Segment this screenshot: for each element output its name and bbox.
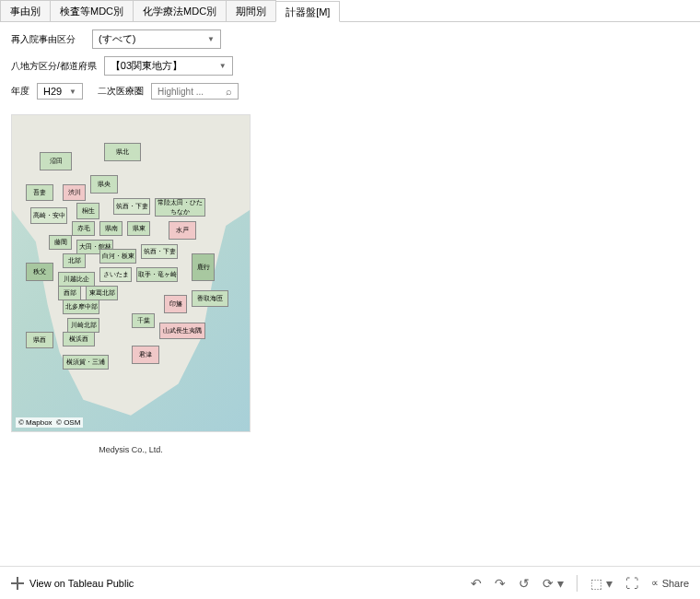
chevron-down-icon: ▼ (219, 62, 227, 70)
chevron-down-icon: ▼ (207, 35, 215, 43)
tab-reason[interactable]: 事由別 (0, 0, 51, 21)
view-tableau-label: View on Tableau Public (29, 578, 134, 589)
map-region[interactable]: 西部 (58, 286, 81, 300)
refresh-button[interactable]: ⟳ ▾ (542, 576, 564, 591)
map-region[interactable]: 沼田 (40, 152, 72, 170)
map-region[interactable]: 藤岡 (49, 235, 72, 250)
map-region[interactable]: 県東 (127, 221, 150, 236)
map-region[interactable]: 横須賀・三浦 (63, 355, 109, 370)
secondary-label: 二次医療圏 (98, 85, 144, 98)
map-region[interactable]: 県西 (26, 332, 53, 348)
undo-button[interactable]: ↶ (471, 576, 482, 591)
highlight-search[interactable]: ⌕ (151, 83, 239, 100)
map-attribution: © Mapbox © OSM (16, 417, 83, 428)
readmission-value: (すべて) (99, 32, 135, 46)
redo-button[interactable]: ↷ (495, 576, 506, 591)
map-region[interactable]: 筑西・下妻 (113, 198, 150, 215)
region-dropdown[interactable]: 【03関東地方】 ▼ (104, 56, 233, 76)
map-region[interactable]: 赤毛 (72, 221, 95, 236)
tab-dashboard[interactable]: 計器盤[M] (275, 1, 340, 22)
map-region[interactable]: 鹿行 (192, 253, 215, 281)
tableau-icon (11, 577, 24, 590)
replay-button[interactable]: ↺ (519, 576, 530, 591)
map-region[interactable]: 渋川 (63, 184, 86, 201)
map-region[interactable]: 千葉 (132, 313, 155, 328)
map-region[interactable]: 北多摩中部 (63, 300, 99, 314)
fullscreen-button[interactable]: ⛶ (625, 576, 638, 591)
search-icon: ⌕ (226, 86, 232, 97)
map-region[interactable]: 東葛北部 (86, 286, 118, 300)
map-region[interactable]: 筑西・下妻 (141, 244, 178, 259)
tab-exam-mdc[interactable]: 検査等MDC別 (50, 0, 134, 21)
footer-text: Medysis Co., Ltd. (0, 445, 262, 454)
map-region[interactable]: 川崎北部 (67, 318, 99, 333)
share-label: Share (662, 578, 689, 589)
map-region[interactable]: 横浜西 (63, 332, 95, 346)
map-region[interactable]: 北部 (63, 253, 86, 268)
map-region[interactable]: 水戸 (169, 221, 196, 240)
filter-panel: 再入院事由区分 (すべて) ▼ 八地方区分/都道府県 【03関東地方】 ▼ 年度… (0, 22, 700, 114)
map-region[interactable]: 県南 (99, 221, 122, 236)
map-region[interactable]: さいたま (99, 267, 132, 282)
readmission-label: 再入院事由区分 (11, 33, 85, 46)
map-region[interactable]: 県北 (104, 143, 141, 161)
share-button[interactable]: ∝ Share (651, 577, 689, 589)
bottom-toolbar: View on Tableau Public ↶ ↷ ↺ ⟳ ▾ ⬚ ▾ ⛶ ∝… (0, 566, 700, 599)
map-region[interactable]: 香取海匝 (192, 290, 228, 307)
device-button[interactable]: ⬚ ▾ (590, 576, 612, 591)
share-icon: ∝ (651, 577, 659, 589)
map-region[interactable]: 高崎・安中 (30, 207, 67, 224)
readmission-dropdown[interactable]: (すべて) ▼ (92, 29, 221, 49)
search-input[interactable] (158, 87, 222, 97)
map-region[interactable]: 秩父 (26, 263, 53, 281)
map-region[interactable]: 印旛 (164, 295, 187, 313)
map-region[interactable]: 常陸太田・ひたちなか (155, 198, 205, 217)
year-value: H29 (43, 86, 62, 97)
year-label: 年度 (11, 85, 29, 98)
tab-bar: 事由別 検査等MDC別 化学療法MDC別 期間別 計器盤[M] (0, 0, 700, 22)
map-region[interactable]: 山武長生夷隅 (159, 323, 205, 339)
map-region[interactable]: 白河・板東 (99, 249, 136, 264)
tab-period[interactable]: 期間別 (226, 0, 276, 21)
map-region[interactable]: 君津 (132, 346, 159, 364)
map-region[interactable]: 川越比企 (58, 272, 95, 287)
map-region[interactable]: 県央 (90, 175, 118, 194)
toolbar-separator (577, 575, 578, 592)
year-dropdown[interactable]: H29 ▼ (37, 83, 83, 100)
region-value: 【03関東地方】 (111, 59, 182, 73)
map-region[interactable]: 取手・竜ヶ崎 (136, 267, 178, 282)
map-region[interactable]: 吾妻 (26, 184, 53, 201)
map-region[interactable]: 桐生 (76, 203, 99, 219)
view-tableau-link[interactable]: View on Tableau Public (11, 577, 134, 590)
tab-chemo-mdc[interactable]: 化学療法MDC別 (133, 0, 227, 21)
map-container[interactable]: 沼田県北吾妻渋川県央桐生筑西・下妻常陸太田・ひたちなか高崎・安中赤毛県南県東水戸… (11, 114, 251, 432)
chevron-down-icon: ▼ (69, 88, 76, 96)
region-label: 八地方区分/都道府県 (11, 60, 97, 73)
